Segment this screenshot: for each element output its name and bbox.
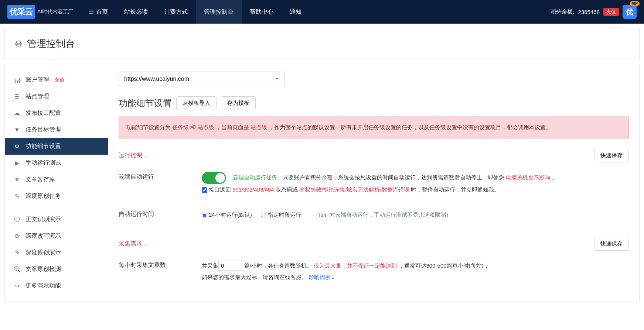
row-cloud-auto: 云端自动运行 云端自动运行任务。只要账户有积分余额，系统会按您设置的时间自动运行… <box>119 165 629 202</box>
row-label: 云端自动运行 <box>119 172 202 196</box>
chevron-down-icon: ⌄ <box>331 274 335 280</box>
toggle-knob <box>215 173 225 183</box>
panel-title[interactable]: 运行控制⌄ <box>119 152 147 159</box>
radio-period[interactable]: 指定时段运行 <box>261 212 301 218</box>
nav-console[interactable]: 管理控制台 <box>196 0 242 24</box>
vip-badge: VIP <box>630 1 640 6</box>
database-icon: ≡ <box>14 176 20 183</box>
row-value: 24小时运行(默认) 指定时段运行 （仅针对云端自动运行，手动运行测试不受此选项… <box>202 209 629 221</box>
top-nav: 优采云 AI时代内容工厂 ☰首页 站长必读 计费方式 管理控制台 帮助中心 通知… <box>0 0 644 24</box>
points-label: 积分余额: <box>551 8 574 16</box>
panel-title[interactable]: 采集需求⌄ <box>119 240 147 248</box>
cogs-icon: ⚙ <box>14 143 20 150</box>
panel-run-control: 运行控制⌄ 快速保存 云端自动运行 云端自动运行任务。只要账户有积分余额，系统会… <box>119 147 629 227</box>
row-value: 共采集篇/小时，各任务篇数随机。 仅为最大量，并不保证一定能达到 ，通常可达30… <box>202 260 629 283</box>
import-template-button[interactable]: 从模板导入 <box>176 96 217 110</box>
search-icon: 🔍 <box>14 266 20 273</box>
nav-help[interactable]: 帮助中心 <box>242 0 282 24</box>
row-auto-time: 自动运行时间 24小时运行(默认) 指定时段运行 （仅针对云端自动运行，手动运行… <box>119 202 629 227</box>
points-value: 2365468 <box>578 9 600 15</box>
section-title: 功能细节设置 <box>119 97 172 109</box>
edit-icon: ✎ <box>14 193 20 200</box>
page-title: 管理控制台 <box>27 37 75 50</box>
sidebar-item-demo-rewrite[interactable]: ⟳深度改写演示 <box>5 228 108 244</box>
chart-icon: 📊 <box>14 76 20 83</box>
brand[interactable]: 优采云 AI时代内容工厂 <box>7 5 73 19</box>
panel-head: 运行控制⌄ 快速保存 <box>119 147 629 165</box>
row-value: 云端自动运行任务。只要账户有积分余额，系统会按您设置的时间自动运行，达到所需篇数… <box>202 172 629 196</box>
section-title-row: 功能细节设置 从模板导入 存为模板 <box>119 96 629 110</box>
brand-subtitle: AI时代内容工厂 <box>37 8 73 15</box>
sidebar-item-demo-original[interactable]: ✎深度原创演示 <box>5 244 108 261</box>
pause-on-error-checkbox[interactable] <box>202 187 207 193</box>
row-label: 每小时采集文章数 <box>119 260 202 283</box>
sidebar-item-sites[interactable]: ☰站点管理 <box>5 88 108 105</box>
monitor-icon: 🖵 <box>14 216 20 223</box>
avatar-text: 优 <box>623 5 637 19</box>
avatar[interactable]: 优 VIP <box>623 5 637 19</box>
quick-save-button[interactable]: 快速保存 <box>594 237 629 251</box>
chevron-down-icon: ⌄ <box>144 153 147 158</box>
page-header: 管理控制台 <box>4 28 640 59</box>
nav-items: ☰首页 站长必读 计费方式 管理控制台 帮助中心 通知 <box>81 0 310 24</box>
row-per-hour: 每小时采集文章数 共采集篇/小时，各任务篇数随机。 仅为最大量，并不保证一定能达… <box>119 253 629 290</box>
recharge-badge: 充值 <box>54 77 65 83</box>
sidebar: 📊账户管理充值 ☰站点管理 ☁发布接口配置 ▼任务目标管理 ⚙功能细节设置 ▶手… <box>5 64 108 302</box>
sidebar-item-account[interactable]: 📊账户管理充值 <box>5 72 108 88</box>
recharge-button[interactable]: 充值 <box>603 8 619 16</box>
panel-head: 采集需求⌄ 快速保存 <box>119 235 629 253</box>
auto-run-toggle[interactable] <box>202 172 226 184</box>
factors-link[interactable]: 影响因素 <box>309 274 331 280</box>
sidebar-item-deep[interactable]: ✎深度原创任务 <box>5 188 108 204</box>
sidebar-item-tasks[interactable]: ▼任务目标管理 <box>5 121 108 138</box>
list-icon: ☰ <box>14 93 20 100</box>
nav-home[interactable]: ☰首页 <box>81 0 116 24</box>
per-hour-input[interactable] <box>218 261 244 271</box>
refresh-icon: ⟳ <box>14 233 20 240</box>
sidebar-item-demo-check[interactable]: 🔍文章原创检测 <box>5 261 108 278</box>
svg-point-0 <box>18 43 20 45</box>
play-icon: ▶ <box>14 159 20 166</box>
sidebar-item-manual[interactable]: ▶手动运行测试 <box>5 155 108 171</box>
save-template-button[interactable]: 存为模板 <box>221 96 256 110</box>
sidebar-item-demo-more[interactable]: ↪更多演示功能 <box>5 278 108 294</box>
panel-collect: 采集需求⌄ 快速保存 每小时采集文章数 共采集篇/小时，各任务篇数随机。 仅为最… <box>119 235 629 290</box>
site-select[interactable]: https://www.ucaiyun.com <box>119 72 285 86</box>
info-alert: 功能细节设置分为 任务级 和 站点级 ，当前页面是 站点级 ，作为整个站点的默认… <box>119 116 629 139</box>
chevron-down-icon: ⌄ <box>144 241 147 247</box>
nav-must-read[interactable]: 站长必读 <box>116 0 156 24</box>
gear-icon <box>15 40 22 47</box>
share-icon: ↪ <box>14 282 20 289</box>
edit-icon: ✎ <box>14 249 20 256</box>
sidebar-item-publish[interactable]: ☁发布接口配置 <box>5 105 108 121</box>
brand-logo: 优采云 <box>7 5 35 19</box>
quick-save-button[interactable]: 快速保存 <box>594 149 629 162</box>
filter-icon: ▼ <box>14 127 20 133</box>
sidebar-item-articles[interactable]: ≡文章暂存库 <box>5 171 108 188</box>
content: https://www.ucaiyun.com 功能细节设置 从模板导入 存为模… <box>108 64 639 302</box>
main-layout: 📊账户管理充值 ☰站点管理 ☁发布接口配置 ▼任务目标管理 ⚙功能细节设置 ▶手… <box>4 64 640 302</box>
nav-notice[interactable]: 通知 <box>282 0 310 24</box>
row-label: 自动运行时间 <box>119 209 202 221</box>
nav-right: 积分余额: 2365468 充值 优 VIP <box>551 5 637 19</box>
list-icon: ☰ <box>89 8 94 16</box>
time-hint: （仅针对云端自动运行，手动运行测试不受此选项限制） <box>313 212 452 218</box>
sidebar-item-demo-content[interactable]: 🖵正文识别演示 <box>5 211 108 228</box>
sidebar-item-settings[interactable]: ⚙功能细节设置 <box>5 138 108 155</box>
nav-billing[interactable]: 计费方式 <box>156 0 196 24</box>
cloud-icon: ☁ <box>14 110 20 117</box>
radio-24h[interactable]: 24小时运行(默认) <box>202 212 252 218</box>
